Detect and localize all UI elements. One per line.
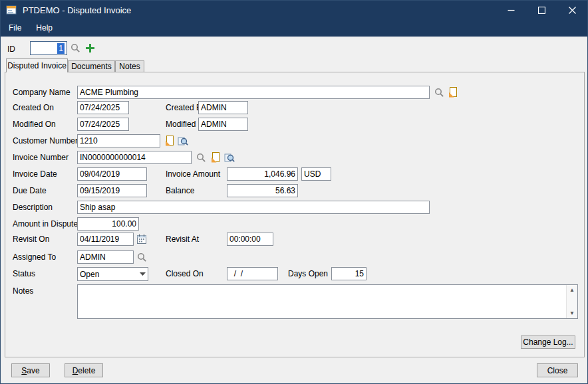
delete-label: Delete [73,366,96,375]
customer-number-input[interactable]: 1210 [77,134,160,147]
company-drilldown-icon[interactable] [447,86,458,98]
balance-input[interactable]: 56.63 [227,184,298,197]
currency-input[interactable]: USD [301,167,331,181]
customer-drilldown-icon[interactable] [164,135,175,146]
menu-help[interactable]: Help [29,21,59,35]
company-name-label: Company Name [13,88,71,97]
close-label: Close [547,366,568,375]
revisit-on-input[interactable]: 04/11/2019 [77,233,134,246]
invoice-amount-input[interactable]: 1,046.96 [227,167,298,181]
description-label: Description [13,203,53,212]
id-search-icon[interactable] [70,43,81,54]
description-input[interactable]: Ship asap [77,201,430,214]
revisit-at-input[interactable]: 00:00:00 [227,233,273,246]
chevron-down-icon [140,272,146,276]
save-button[interactable]: Save [11,363,50,377]
assigned-search-icon[interactable] [136,252,148,263]
created-on-label: Created On [13,103,54,112]
invoice-search-icon[interactable] [196,152,207,163]
calendar-icon[interactable] [136,233,147,244]
invoice-date-input[interactable]: 09/04/2019 [77,167,147,181]
status-label: Status [13,269,35,278]
add-new-icon[interactable] [84,43,96,54]
delete-button[interactable]: Delete [65,363,103,377]
notes-scrollbar[interactable]: ▲ ▼ [566,285,577,318]
menu-file[interactable]: File [2,21,28,35]
tab-disputed-invoice-label: Disputed Invoice [7,61,67,70]
company-name-input[interactable]: ACME Plumbing [77,86,430,99]
assigned-to-input[interactable]: ADMIN [77,250,134,264]
minimize-button[interactable] [496,1,526,19]
tab-documents-label: Documents [71,62,112,71]
due-date-input[interactable]: 09/15/2019 [77,184,147,197]
invoice-date-label: Invoice Date [13,169,57,179]
disputed-invoice-window: PTDEMO - Disputed Invoice File Help ID 1… [0,0,588,384]
customer-number-label: Customer Number [13,136,78,145]
invoice-drilldown-icon[interactable] [210,151,221,163]
scroll-up-icon[interactable]: ▲ [567,285,577,295]
customer-zoom-icon[interactable] [177,136,188,147]
window-title: PTDEMO - Disputed Invoice [23,5,131,15]
maximize-button[interactable] [526,1,557,19]
id-value: 1 [57,43,65,54]
status-value: Open [80,268,99,280]
id-input[interactable]: 1 [30,41,67,55]
tab-documents[interactable]: Documents [68,60,115,72]
assigned-to-label: Assigned To [13,252,56,262]
notes-text [80,286,564,317]
days-open-label: Days Open [288,269,328,278]
window-controls [496,1,587,19]
closed-on-input[interactable]: / / [227,267,278,280]
title-bar: PTDEMO - Disputed Invoice [1,1,587,19]
close-action-button[interactable]: Close [537,363,578,377]
company-search-icon[interactable] [434,87,445,98]
created-by-input[interactable]: ADMIN [198,101,248,114]
change-log-button[interactable]: Change Log... [521,336,575,349]
days-open-input[interactable]: 15 [331,267,367,280]
closed-on-label: Closed On [166,269,204,278]
due-date-label: Due Date [13,186,47,195]
close-button[interactable] [557,1,587,19]
invoice-amount-label: Invoice Amount [166,169,220,179]
scroll-down-icon[interactable]: ▼ [567,308,577,318]
invoice-number-input[interactable]: IN0000000000014 [77,151,192,164]
id-label: ID [7,45,15,54]
tab-disputed-invoice[interactable]: Disputed Invoice [6,58,68,72]
notes-label: Notes [13,286,33,296]
created-on-input[interactable]: 07/24/2025 [77,101,129,114]
revisit-at-label: Revisit At [166,235,199,244]
amount-in-dispute-input[interactable]: 100.00 [77,217,139,231]
balance-label: Balance [166,186,194,195]
tab-notes[interactable]: Notes [115,60,144,72]
save-label: Save [21,366,39,375]
modified-on-input[interactable]: 07/24/2025 [77,118,129,131]
invoice-zoom-icon[interactable] [223,152,235,163]
tab-notes-label: Notes [119,62,140,71]
status-dropdown[interactable]: Open [77,267,148,281]
change-log-label: Change Log... [523,337,573,347]
app-icon [6,5,17,15]
notes-textarea[interactable]: ▲ ▼ [77,284,578,319]
menu-bar: File Help [1,19,587,37]
amount-in-dispute-label: Amount in Dispute [13,219,78,229]
revisit-on-label: Revisit On [13,235,49,244]
modified-by-input[interactable]: ADMIN [198,118,248,131]
modified-on-label: Modified On [13,120,56,129]
invoice-number-label: Invoice Number [13,153,69,162]
